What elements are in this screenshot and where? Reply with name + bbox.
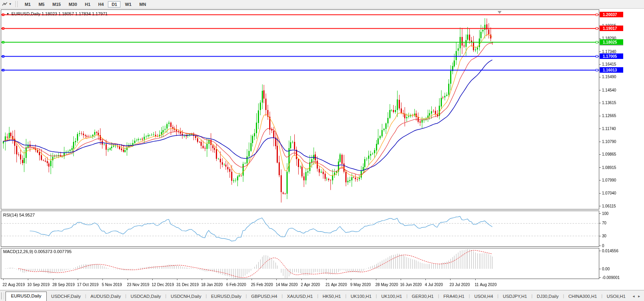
tab-scroll-right-icon[interactable]: ▸ [638,294,640,298]
tab-scroll-arrows: ◂ ▸ [631,294,643,301]
tab-scroll-left-icon[interactable]: ◂ [633,294,635,298]
timeframe-button-d1[interactable]: D1 [108,1,120,7]
timeframe-button-h1[interactable]: H1 [81,1,94,7]
timeframe-buttons: M1M5M15M30H1H4D1W1MN [21,1,150,7]
chart-tab-usdcnh-daily[interactable]: USDCNH,Daily [166,292,206,301]
timeframe-button-m30[interactable]: M30 [65,1,80,7]
macd-indicator-label: MACD(12,26,9) 0.005373 0.007795 [3,249,71,254]
chart-title-text: EURUSD,Daily 1.18023 1.18057 1.17834 1.1… [11,11,108,16]
chart-tab-uk100-h1[interactable]: UK100,H1 [377,292,406,301]
chart-tab-dj30-daily[interactable]: DJ30,Daily [533,292,563,301]
chart-tab-usdchf-daily[interactable]: USDCHF,Daily [47,292,85,301]
rsi-indicator-label: RSI(14) 54.9527 [3,213,35,217]
chart-tab-usdjpy-h1[interactable]: USDJPY,H1 [498,292,531,301]
chart-tab-eurusd-daily[interactable]: EURUSD,Daily [5,292,47,301]
chart-tab-ger30-h1[interactable]: GER30,H1 [407,292,438,301]
symbol-dropdown-icon[interactable]: ▼ [6,12,9,16]
chart-tabs: EURUSD,DailyUSDCHF,Daily|AUDUSD,Daily|US… [5,292,630,301]
chart-tab-bar: EURUSD,DailyUSDCHF,Daily|AUDUSD,Daily|US… [0,290,644,301]
chart-tab-usdcad-daily[interactable]: USDCAD,Daily [126,292,165,301]
price-chart-canvas[interactable] [0,9,644,290]
tabbar-grip[interactable] [1,292,4,299]
timeframe-button-m15[interactable]: M15 [49,1,64,7]
timeframe-button-m5[interactable]: M5 [35,1,48,7]
timeframe-button-mn[interactable]: MN [136,1,150,7]
timeframe-button-w1[interactable]: W1 [121,1,135,7]
chart-tab-hk50-h1[interactable]: HK50,H1 [318,292,345,301]
chart-cursor-icon[interactable] [1,1,8,7]
chart-window: ▼ EURUSD,Daily 1.18023 1.18057 1.17834 1… [0,9,644,290]
chart-tab-china300-h1[interactable]: CHINA300,H1 [564,292,601,301]
timeframe-button-m1[interactable]: M1 [21,1,34,7]
chart-tab-audusd-daily[interactable]: AUDUSD,Daily [86,292,125,301]
chart-tab-gbpusd-h4[interactable]: GBPUSD,H4 [247,292,281,301]
chart-title: ▼ EURUSD,Daily 1.18023 1.18057 1.17834 1… [6,11,108,16]
chart-tab-usoil-h1[interactable]: USOil,H1 [602,292,630,301]
chart-tab-xauusd-h1[interactable]: XAUUSD,H1 [283,292,317,301]
chart-tab-usoil-h4[interactable]: USOil,H4 [470,292,497,301]
chart-tab-fra40-h1[interactable]: FRA40,H1 [439,292,469,301]
chevron-down-icon[interactable]: ▼ [9,2,12,6]
chart-tab-eurusd-daily[interactable]: EURUSD,Daily [207,292,246,301]
timeframe-button-h4[interactable]: H4 [95,1,107,7]
top-toolbar: ▼ M1M5M15M30H1H4D1W1MN [0,0,644,9]
chart-tab-uk100-h1[interactable]: UK100,H1 [347,292,376,301]
toolbar-grip[interactable] [15,1,18,7]
